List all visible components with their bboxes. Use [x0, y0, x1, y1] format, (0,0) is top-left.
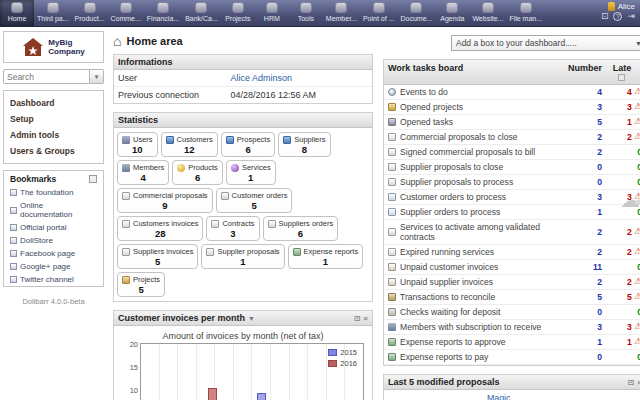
top-menu-item-comme[interactable]: Comme...	[107, 0, 143, 26]
task-late: 2⚠	[602, 132, 640, 142]
late-info-icon[interactable]	[618, 74, 625, 81]
stat-chip-products[interactable]: Products6	[172, 160, 223, 185]
top-menu-item-website[interactable]: Website...	[469, 0, 506, 26]
workboard-task-link[interactable]: Commercial proposals to close	[388, 132, 568, 142]
top-menu-item-hrm[interactable]: HRM	[255, 0, 289, 26]
stat-chip-users[interactable]: Users10	[117, 132, 158, 157]
workboard-task-link[interactable]: Signed commercial proposals to bill	[388, 147, 568, 157]
legend-swatch	[328, 360, 337, 367]
workboard-task-link[interactable]: Unpaid supplier invoices	[388, 277, 568, 287]
task-number: 2	[568, 277, 602, 287]
stat-chip-suppliers-invoices[interactable]: Suppliers invoices5	[117, 244, 198, 269]
top-menu-item-home[interactable]: Home	[0, 0, 34, 26]
supplier-invoice-icon	[122, 248, 130, 256]
workboard-task-link[interactable]: Checks waiting for deposit	[388, 307, 568, 317]
bookmark-icon	[10, 224, 17, 231]
workboard-task-link[interactable]: Opened tasks	[388, 117, 568, 127]
top-menu-item-product[interactable]: Product...	[72, 0, 108, 26]
stat-value: 6	[268, 228, 334, 239]
workboard-task-link[interactable]: Supplier orders to process	[388, 207, 568, 217]
stat-chip-prospects[interactable]: Prospects6	[221, 132, 275, 157]
top-menu-label: Projects	[225, 15, 250, 22]
workboard-task-link[interactable]: Customer orders to process	[388, 192, 568, 202]
top-menu-item-projects[interactable]: Projects	[221, 0, 255, 26]
top-menu-item-tools[interactable]: Tools	[289, 0, 323, 26]
task-icon	[388, 118, 396, 126]
top-menu-item-point-of[interactable]: Point of ...	[360, 0, 398, 26]
stat-chip-suppliers-orders[interactable]: Suppliers orders6	[263, 216, 339, 241]
user-icon	[122, 136, 130, 144]
top-menu-label: Comme...	[110, 15, 140, 22]
stat-chip-expense-reports[interactable]: Expense reports1	[288, 244, 364, 269]
company-link[interactable]: Magic Food Store	[487, 393, 526, 400]
workboard-task-link[interactable]: Opened projects	[388, 102, 568, 112]
sidebar-item-dashboard[interactable]: Dashboard	[4, 95, 103, 111]
stat-chip-projects[interactable]: Projects5	[117, 272, 165, 297]
task-late: 0	[602, 177, 640, 187]
legend-label: 2016	[340, 359, 357, 368]
sidebar-item-admin-tools[interactable]: Admin tools	[4, 127, 103, 143]
top-menu-item-bank-ca[interactable]: Bank/Ca...	[182, 0, 221, 26]
workboard-task-link[interactable]: Expired running services	[388, 247, 568, 257]
stat-value: 9	[122, 200, 208, 211]
workboard-task-link[interactable]: Supplier proposals to close	[388, 162, 568, 172]
bookmark-item[interactable]: Google+ page	[4, 260, 103, 273]
workboard-task-link[interactable]: Expense reports to pay	[388, 352, 568, 362]
logged-user[interactable]: Alice	[608, 2, 635, 11]
bookmark-item[interactable]: Facebook page	[4, 247, 103, 260]
workboard-task-link[interactable]: Expense reports to approve	[388, 337, 568, 347]
informations-box: Informations UserAlice AdminsonPrevious …	[113, 54, 373, 104]
workboard-task-link[interactable]: Services to activate among validated con…	[388, 222, 568, 242]
info-value[interactable]: Alice Adminson	[231, 73, 293, 83]
sidebar-item-setup[interactable]: Setup	[4, 111, 103, 127]
workboard-task-link[interactable]: Transactions to reconcile	[388, 292, 568, 302]
stat-chip-customers[interactable]: Customers12	[161, 132, 218, 157]
top-menu-item-agenda[interactable]: Agenda	[435, 0, 469, 26]
top-menu-label: Third pa...	[37, 15, 69, 22]
top-menu-item-third-pa[interactable]: Third pa...	[34, 0, 72, 26]
filter-icon[interactable]: ▼	[248, 315, 255, 322]
stat-chip-suppliers[interactable]: Suppliers8	[278, 132, 330, 157]
workboard-task-link[interactable]: Members with subscription to receive	[388, 322, 568, 332]
stat-chip-commercial-proposals[interactable]: Commercial proposals9	[117, 188, 213, 213]
search-dropdown-button[interactable]: ▾	[90, 69, 104, 84]
sidebar-item-users-groups[interactable]: Users & Groups	[4, 143, 103, 159]
stat-chip-customers-invoices[interactable]: Customers invoices28	[117, 216, 203, 241]
stat-chip-supplier-proposals[interactable]: Supplier proposals1	[201, 244, 284, 269]
stat-chip-services[interactable]: Services1	[226, 160, 276, 185]
right-column: Add a box to your dashboard..... ▼ Work …	[379, 27, 640, 400]
agenda-icon	[446, 2, 458, 13]
edit-bookmarks-icon[interactable]	[89, 175, 97, 183]
stat-chip-contracts[interactable]: Contracts3	[206, 216, 259, 241]
bookmark-item[interactable]: Official portal	[4, 221, 103, 234]
print-icon[interactable]: ⊡	[601, 12, 609, 21]
stat-chip-customer-orders[interactable]: Customer orders5	[216, 188, 293, 213]
top-menu-item-member[interactable]: Member...	[323, 0, 360, 26]
close-box-icon[interactable]: ×	[363, 314, 368, 323]
top-menu-item-financia[interactable]: Financia...	[144, 0, 182, 26]
add-box-select[interactable]: Add a box to your dashboard..... ▼	[451, 35, 640, 51]
bookmark-item[interactable]: Twitter channel	[4, 273, 103, 286]
sidebar-menu: DashboardSetupAdmin toolsUsers & Groups	[3, 90, 104, 164]
search-input[interactable]	[3, 69, 90, 84]
minimize-box-icon[interactable]: ⊡	[628, 378, 635, 387]
task-late: 2⚠	[602, 247, 640, 257]
workboard-task-link[interactable]: Unpaid customer invoices	[388, 262, 568, 272]
top-menu-item-file-man[interactable]: File man...	[506, 0, 545, 26]
info-value: 04/28/2016 12:56 AM	[231, 90, 317, 100]
proposal-icon	[388, 148, 396, 156]
bookmark-item[interactable]: DoliStore	[4, 234, 103, 247]
minimize-box-icon[interactable]: ⊡	[354, 314, 361, 323]
top-menu-item-docume[interactable]: Docume...	[397, 0, 435, 26]
workboard-task-link[interactable]: Events to do	[388, 87, 568, 97]
top-menu-bar: HomeThird pa...Product...Comme...Financi…	[0, 0, 640, 27]
workboard-task-link[interactable]: Supplier proposals to process	[388, 177, 568, 187]
bookmark-item[interactable]: The foundation	[4, 186, 103, 199]
bookmarks-box: Bookmarks The foundationOnline documenta…	[3, 170, 104, 287]
bookmark-item[interactable]: Online documentation	[4, 199, 103, 221]
stat-chip-members[interactable]: Members4	[117, 160, 169, 185]
top-menu-label: Tools	[298, 15, 314, 22]
help-icon[interactable]: ?	[613, 12, 622, 21]
stat-value: 5	[221, 200, 288, 211]
logout-icon[interactable]: ⇥	[627, 12, 635, 21]
